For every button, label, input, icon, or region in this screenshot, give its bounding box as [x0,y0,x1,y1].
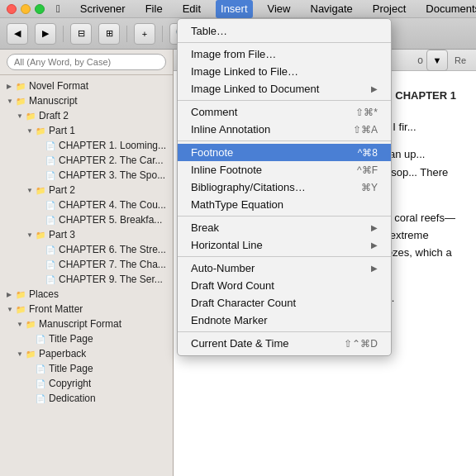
doc-icon: 📄 [45,274,56,285]
minimize-button[interactable] [21,4,31,14]
folder-icon: 📁 [15,303,26,315]
sidebar-item-copyright[interactable]: 📄 Copyright [0,376,173,391]
folder-icon: 📁 [25,348,36,359]
menu-item-draft-word-count[interactable]: Draft Word Count [178,277,391,294]
menu-item-bibliography[interactable]: Bibliography/Citations… ⌘Y [178,178,391,196]
sidebar: ▶ 📁 Novel Format ▼ 📁 Manuscript ▼ 📁 Draf… [0,50,174,476]
doc-icon: 📄 [45,169,56,181]
sidebar-search-area [0,50,173,75]
expand-icon: ▼ [26,187,35,194]
menu-documents[interactable]: Documents [421,0,476,18]
menu-item-image-linked-file[interactable]: Image Linked to File… [178,63,391,80]
doc-icon: 📄 [45,244,56,255]
sidebar-item-dedication[interactable]: 📄 Dedication [0,391,173,406]
tree-label: CHAPTER 6. The Stre... [59,244,166,255]
tree-label: Front Matter [29,303,83,315]
tree-label: Copyright [49,378,91,389]
menu-item-inline-annotation[interactable]: Inline Annotation ⇧⌘A [178,121,391,138]
zoom-label: o [417,55,423,66]
doc-icon: 📄 [35,333,46,345]
sidebar-item-places[interactable]: ▶ 📁 Places [0,287,173,302]
menu-item-current-date-time[interactable]: Current Date & Time ⇧⌃⌘D [178,335,391,352]
close-button[interactable] [7,4,17,14]
forward-button[interactable]: ▶ [35,23,56,45]
traffic-lights [7,4,45,14]
menu-item-label: Auto-Number [191,262,368,274]
menu-item-draft-char-count[interactable]: Draft Character Count [178,294,391,312]
back-button[interactable]: ◀ [7,23,28,45]
view-mode-button[interactable]: ⊟ [70,23,92,45]
menu-edit[interactable]: Edit [178,0,206,18]
menu-item-footnote[interactable]: Footnote ^⌘8 [178,144,391,161]
menu-navigate[interactable]: Navigate [306,0,358,18]
sidebar-item-part1[interactable]: ▼ 📁 Part 1 [0,123,173,138]
menu-item-label: Break [191,221,368,234]
menu-project[interactable]: Project [368,0,411,18]
menu-view[interactable]: View [263,0,296,18]
menu-item-auto-number[interactable]: Auto-Number ▶ [178,259,391,277]
folder-icon: 📁 [15,95,26,107]
menu-file[interactable]: File [140,0,168,18]
doc-icon: 📄 [45,214,56,226]
sidebar-item-ch5[interactable]: 📄 CHAPTER 5. Breakfa... [0,212,173,227]
menu-item-break[interactable]: Break ▶ [178,219,391,236]
menu-item-table[interactable]: Table… [178,22,391,40]
expand-icon: ▶ [7,291,15,298]
doc-icon: 📄 [45,199,56,211]
sidebar-item-ch1[interactable]: 📄 CHAPTER 1. Looming... [0,138,173,153]
insert-menu-dropdown[interactable]: Table… Image from File… Image Linked to … [177,18,392,356]
menu-item-image-linked-doc[interactable]: Image Linked to Document ▶ [178,80,391,98]
add-button[interactable]: + [134,23,155,45]
menu-item-shortcut: ⇧⌃⌘D [344,338,378,350]
format-dropdown[interactable]: ▼ [426,50,448,71]
re-label: Re [451,55,469,65]
search-input[interactable] [7,54,166,70]
view-icon: ⊟ [78,28,85,39]
menu-item-label: Table… [191,25,378,37]
sidebar-item-ch7[interactable]: 📄 CHAPTER 7. The Cha... [0,257,173,272]
sidebar-item-ch3[interactable]: 📄 CHAPTER 3. The Spo... [0,168,173,183]
menu-item-label: Bibliography/Citations… [191,181,348,193]
menu-item-label: Inline Annotation [191,123,340,136]
menu-item-shortcut: ^⌘F [357,164,378,176]
expand-icon: ▼ [7,98,15,105]
menu-insert[interactable]: Insert [216,0,253,18]
sidebar-item-novel-format[interactable]: ▶ 📁 Novel Format [0,79,173,93]
sidebar-item-title-page-ms[interactable]: 📄 Title Page [0,331,173,346]
menu-item-endnote-marker[interactable]: Endnote Marker [178,312,391,329]
expand-icon: ▼ [7,306,15,313]
folder-icon: 📁 [35,229,46,240]
sidebar-item-manuscript[interactable]: ▼ 📁 Manuscript [0,93,173,108]
sidebar-item-draft2[interactable]: ▼ 📁 Draft 2 [0,108,173,123]
menu-scrivener[interactable]: Scrivener [75,0,131,18]
tree-label: CHAPTER 4. The Cou... [59,199,166,211]
apple-menu[interactable]:  [51,0,65,18]
tree-label: Part 2 [49,184,75,196]
expand-icon: ▼ [17,321,25,328]
maximize-button[interactable] [35,4,45,14]
menu-item-mathtype[interactable]: MathType Equation [178,196,391,213]
tree-label: Part 3 [49,229,75,240]
sidebar-item-part3[interactable]: ▼ 📁 Part 3 [0,227,173,242]
sidebar-item-front-matter[interactable]: ▼ 📁 Front Matter [0,302,173,317]
sidebar-item-title-page-pb[interactable]: 📄 Title Page [0,361,173,376]
menu-separator-3 [178,140,391,141]
menu-item-image-from-file[interactable]: Image from File… [178,45,391,63]
sidebar-item-ch6[interactable]: 📄 CHAPTER 6. The Stre... [0,242,173,257]
sidebar-tree: ▶ 📁 Novel Format ▼ 📁 Manuscript ▼ 📁 Draf… [0,75,173,409]
forward-icon: ▶ [42,28,49,39]
sidebar-item-part2[interactable]: ▼ 📁 Part 2 [0,183,173,198]
sidebar-item-ch4[interactable]: 📄 CHAPTER 4. The Cou... [0,198,173,212]
menu-item-comment[interactable]: Comment ⇧⌘* [178,103,391,121]
expand-icon: ▶ [7,83,15,90]
split-button[interactable]: ⊞ [98,23,120,45]
menu-item-inline-footnote[interactable]: Inline Footnote ^⌘F [178,161,391,178]
expand-icon: ▼ [17,112,25,120]
menu-separator-1 [178,42,391,43]
sidebar-item-manuscript-format[interactable]: ▼ 📁 Manuscript Format [0,317,173,331]
sidebar-item-ch2[interactable]: 📄 CHAPTER 2. The Car... [0,153,173,168]
menu-item-horizontal-line[interactable]: Horizontal Line ▶ [178,236,391,254]
sidebar-item-paperback[interactable]: ▼ 📁 Paperback [0,346,173,361]
menu-item-label: Endnote Marker [191,314,378,326]
sidebar-item-ch9[interactable]: 📄 CHAPTER 9. The Ser... [0,272,173,287]
